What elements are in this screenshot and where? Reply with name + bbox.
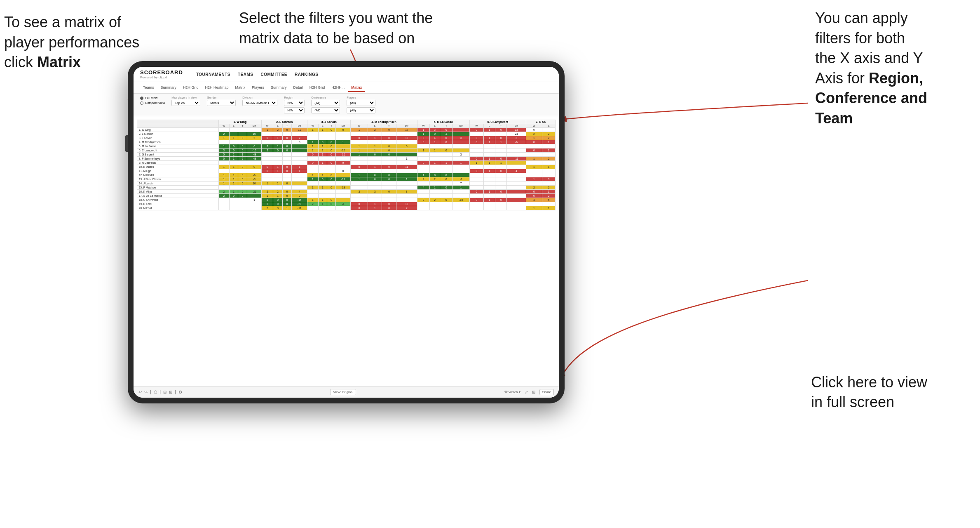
subtab-h2h-grid2[interactable]: H2H Grid — [307, 84, 328, 92]
matrix-cell — [484, 194, 495, 198]
subtab-detail[interactable]: Detail — [291, 84, 306, 92]
matrix-cell — [382, 186, 396, 190]
redo-icon[interactable]: ↪ — [144, 390, 148, 394]
player-name-cell: 9. N Gabrelcik — [137, 161, 219, 165]
matrix-cell — [368, 194, 382, 198]
table-row: 1. W Ding12011110012017130010130 — [137, 128, 556, 132]
subtab-h2h-heatmap[interactable]: H2H Heatmap — [202, 84, 232, 92]
matrix-cell — [229, 132, 238, 136]
matrix-cell — [507, 206, 526, 210]
matrix-cell: 2 — [417, 177, 430, 182]
filter-gender: Gender Men's — [207, 96, 236, 106]
nav-rankings[interactable]: RANKINGS — [295, 71, 318, 78]
matrix-cell — [542, 153, 555, 157]
matrix-cell — [247, 140, 262, 144]
matrix-cell — [336, 198, 351, 202]
expand-icon[interactable]: ⤢ — [525, 390, 528, 394]
watch-button[interactable]: 👁 Watch ▾ — [504, 390, 520, 394]
matrix-cell — [273, 173, 283, 177]
matrix-cell: 2 — [247, 136, 262, 140]
zoom-out-icon[interactable]: ⊟ — [163, 390, 166, 394]
matrix-cell — [336, 144, 351, 148]
full-view-label: Full View — [145, 96, 157, 100]
zoom-in-icon[interactable]: ⊞ — [169, 390, 172, 394]
region-select2[interactable]: N/A — [284, 107, 305, 113]
full-view-option[interactable]: Full View — [140, 96, 165, 100]
matrix-cell: -48 — [247, 157, 262, 161]
matrix-cell: 0 — [282, 136, 292, 140]
matrix-cell — [452, 157, 469, 161]
subh-l6: L — [484, 124, 495, 128]
compact-view-radio[interactable] — [140, 101, 143, 105]
players-select2[interactable]: (All) — [347, 107, 375, 113]
nav-tournaments[interactable]: TOURNAMENTS — [196, 71, 230, 78]
undo-icon[interactable]: ↩ — [138, 390, 142, 394]
matrix-cell — [336, 136, 351, 140]
matrix-cell — [526, 202, 542, 206]
logo-sub-text: Powered by clippd — [140, 75, 183, 79]
players-select[interactable]: (All) — [347, 100, 375, 106]
filter-players: Players (All) (All) — [347, 96, 375, 113]
matrix-cell: 1 — [229, 182, 238, 186]
region-select[interactable]: N/A — [284, 100, 305, 106]
conference-select[interactable]: (All) — [311, 100, 340, 106]
subtab-teams[interactable]: Teams — [140, 84, 157, 92]
player-name-cell: 11. M Ege — [137, 169, 219, 173]
grid-icon[interactable]: ⊞ — [532, 390, 535, 394]
share-button[interactable]: Share — [539, 389, 554, 395]
matrix-cell — [350, 198, 368, 202]
view-original-button[interactable]: View: Original — [330, 389, 356, 395]
matrix-cell: 0 — [229, 194, 238, 198]
matrix-cell — [282, 140, 292, 144]
conference-select2[interactable]: (All) — [311, 107, 340, 113]
subtab-players[interactable]: Players — [249, 84, 267, 92]
subh-l3: L — [318, 124, 327, 128]
gender-select[interactable]: Men's — [207, 100, 236, 106]
matrix-cell: 1 — [247, 198, 262, 202]
subtab-h2h-grid[interactable]: H2H Grid — [180, 84, 202, 92]
matrix-cell — [417, 202, 430, 206]
matrix-cell: 2 — [430, 198, 440, 202]
matrix-cell: 0 — [495, 128, 507, 132]
division-select[interactable]: NCAA Division I — [242, 100, 277, 106]
subtab-summary[interactable]: Summary — [158, 84, 180, 92]
nav-teams[interactable]: TEAMS — [238, 71, 253, 78]
full-view-radio[interactable] — [140, 97, 143, 100]
matrix-cell — [218, 206, 229, 210]
matrix-cell — [238, 186, 247, 190]
compact-view-option[interactable]: Compact View — [140, 101, 165, 105]
matrix-cell: 1 — [368, 202, 382, 206]
subh-t6: T — [495, 124, 507, 128]
subtab-matrix-active[interactable]: Matrix — [348, 84, 365, 92]
matrix-cell — [229, 128, 238, 132]
matrix-cell: 0 — [238, 173, 247, 177]
settings-icon[interactable]: ⚙ — [178, 390, 182, 394]
main-nav: TOURNAMENTS TEAMS COMMITTEE RANKINGS — [196, 71, 318, 78]
subh-d2: Dif — [292, 124, 307, 128]
max-players-select[interactable]: Top 25 — [171, 100, 200, 106]
subtab-players-summary[interactable]: Summary — [268, 84, 290, 92]
subh-d3: Dif — [336, 124, 351, 128]
matrix-cell: 0 — [238, 148, 247, 153]
matrix-cell — [307, 136, 318, 140]
matrix-cell: 0 — [495, 198, 507, 202]
col-header-3: 3. J Koivun — [307, 120, 351, 124]
matrix-cell — [495, 132, 507, 136]
subh-d4: Dif — [396, 124, 417, 128]
matrix-cell: 0 — [417, 136, 430, 140]
matrix-cell: 1 — [350, 173, 368, 177]
nav-committee[interactable]: COMMITTEE — [261, 71, 288, 78]
matrix-cell — [452, 128, 469, 132]
matrix-cell: 2 — [218, 190, 229, 194]
matrix-cell: 0 — [327, 161, 335, 165]
matrix-cell: 1 — [229, 165, 238, 169]
matrix-cell: 0 — [327, 198, 335, 202]
matrix-cell: 0 — [336, 128, 351, 132]
matrix-cell — [336, 173, 351, 177]
matrix-cell: 1 — [526, 177, 542, 182]
subtab-h2hh[interactable]: H2HH... — [328, 84, 347, 92]
matrix-cell: 2 — [238, 157, 247, 161]
subtab-matrix[interactable]: Matrix — [232, 84, 249, 92]
matrix-cell — [247, 169, 262, 173]
share-icon2[interactable]: ⬡ — [154, 390, 157, 394]
